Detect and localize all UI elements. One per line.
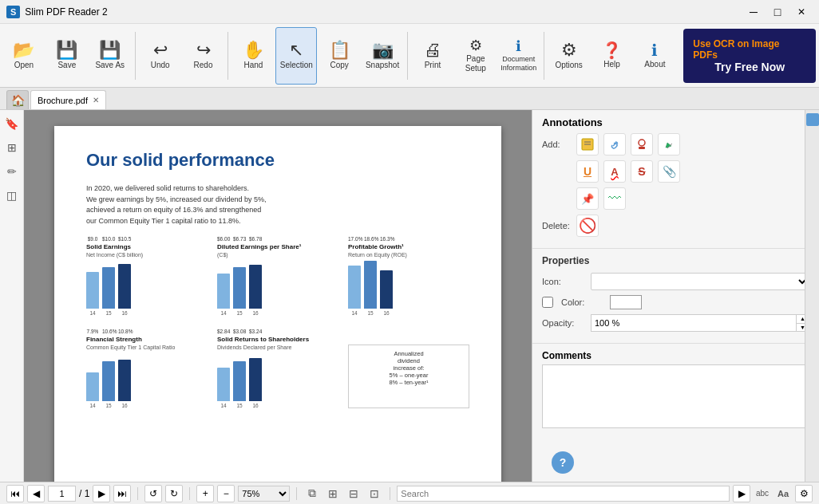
chart-diluted-eps: $6.00 $6.73 $6.78 Diluted Earnings per S… xyxy=(217,236,338,316)
minimize-button[interactable]: ─ xyxy=(742,1,765,23)
clip-button[interactable]: 📌 xyxy=(576,187,599,210)
undo-button[interactable]: ↩ Undo xyxy=(140,27,181,85)
text-color-button[interactable]: A xyxy=(603,160,626,183)
ocr-button[interactable]: Use OCR on Image PDFs Try Free Now xyxy=(683,29,816,83)
stamp-button[interactable] xyxy=(631,133,653,156)
options-button[interactable]: ⚙ Options xyxy=(548,27,590,85)
sep-zoom xyxy=(296,487,297,500)
bar xyxy=(217,274,230,309)
right-panel: PRO Annotations Add: xyxy=(532,110,819,482)
statusbar: ⏮ ◀ / 1 ▶ ⏭ ↺ ↻ + − 50% 75% 100% 125% 15… xyxy=(0,482,819,504)
sidebar-thumbnails-icon[interactable]: ⊞ xyxy=(2,137,22,158)
help-area: ? xyxy=(532,443,819,482)
annualized-line4: 5% – one-year xyxy=(354,372,464,379)
sticky-note-button[interactable] xyxy=(576,133,599,156)
print-button[interactable]: 🖨 Print xyxy=(412,27,453,85)
zoom-in-button[interactable]: + xyxy=(196,485,214,502)
wavy-button[interactable]: 〰 xyxy=(603,187,626,210)
tab-close-button[interactable]: ✕ xyxy=(93,96,99,104)
opacity-input[interactable] xyxy=(592,318,796,328)
opacity-label: Opacity: xyxy=(542,318,586,328)
zoom-select[interactable]: 50% 75% 100% 125% 150% 200% xyxy=(238,486,290,502)
page-setup-button[interactable]: ⚙ Page Setup xyxy=(455,27,497,85)
page-number-input[interactable] xyxy=(48,486,76,502)
rotate-cw-button[interactable]: ↻ xyxy=(165,485,183,502)
snapshot-button[interactable]: 📷 Snapshot xyxy=(362,27,403,85)
about-button[interactable]: ℹ About xyxy=(634,27,675,85)
chart-subtitle: Dividends Declared per Share xyxy=(217,345,338,350)
color-checkbox[interactable] xyxy=(542,297,553,308)
close-button[interactable]: ✕ xyxy=(790,1,813,23)
chart-xlabels: 14 15 16 xyxy=(217,403,338,408)
chart-subtitle: Net Income (C$ billion) xyxy=(86,252,208,258)
save-button[interactable]: 💾 Save xyxy=(46,27,88,85)
undo-label: Undo xyxy=(151,61,170,70)
open-button[interactable]: 📂 Open xyxy=(3,27,45,85)
attach-button[interactable]: 📎 xyxy=(658,160,680,183)
copy-button[interactable]: 📋 Copy xyxy=(318,27,360,85)
zoom-out-button[interactable]: − xyxy=(217,485,235,502)
chart-xlabels: 14 15 16 xyxy=(217,310,338,316)
strikethrough-button[interactable]: S xyxy=(631,160,653,183)
save-as-button[interactable]: 💾 Save As xyxy=(89,27,131,85)
delete-annotation-button[interactable]: 🚫 xyxy=(576,215,599,237)
ocr-line2: Try Free Now xyxy=(714,61,785,73)
add-icons xyxy=(576,133,680,156)
app-logo: S xyxy=(6,6,20,18)
prev-page-button[interactable]: ◀ xyxy=(27,485,45,502)
first-page-button[interactable]: ⏮ xyxy=(6,485,24,502)
fullscreen-button[interactable]: ⊡ xyxy=(366,485,383,502)
search-input[interactable] xyxy=(397,486,730,502)
document-info-button[interactable]: ℹ Document Information xyxy=(498,27,540,85)
home-button[interactable]: 🏠 xyxy=(6,90,29,109)
link-button[interactable] xyxy=(603,133,626,156)
annotations-add-row: Add: xyxy=(542,133,809,156)
sep1 xyxy=(135,32,136,80)
sidebar-annotations-icon[interactable]: ✏ xyxy=(2,161,22,182)
last-page-button[interactable]: ⏭ xyxy=(113,485,131,502)
pdf-tab[interactable]: Brochure.pdf ✕ xyxy=(30,90,106,109)
rotate-ccw-button[interactable]: ↺ xyxy=(144,485,162,502)
redo-icon: ↪ xyxy=(196,41,211,59)
next-page-button[interactable]: ▶ xyxy=(93,485,110,502)
chart-subtitle: Return on Equity (ROE) xyxy=(348,252,469,258)
color-picker[interactable] xyxy=(610,295,642,309)
hand-button[interactable]: ✋ Hand xyxy=(232,27,274,85)
two-page-view-button[interactable]: ⊞ xyxy=(324,485,342,502)
comments-title: Comments xyxy=(542,350,809,361)
icon-select[interactable] xyxy=(591,273,809,290)
chart-values: $9.0 $10.0 $10.5 xyxy=(86,236,208,242)
single-page-view-button[interactable]: ⧉ xyxy=(303,485,321,502)
pdf-viewer[interactable]: Our solid performance In 2020, we delive… xyxy=(24,110,532,482)
properties-panel: Properties Icon: Color: Opacity: ▲ ▼ xyxy=(532,248,819,343)
bar xyxy=(249,265,262,309)
save-label: Save xyxy=(57,61,76,70)
chart-solid-earnings: $9.0 $10.0 $10.5 Solid Earnings Net Inco… xyxy=(86,236,208,316)
page-setup-label: Page Setup xyxy=(456,54,496,73)
settings-button[interactable]: ⚙ xyxy=(795,485,813,502)
chart-title: Financial Strength xyxy=(86,336,208,343)
page-setup-icon: ⚙ xyxy=(469,38,482,53)
bar xyxy=(233,361,246,401)
annualized-box: Annualized dividend increase of: 5% – on… xyxy=(348,345,469,408)
sidebar-layers-icon[interactable]: ◫ xyxy=(2,185,22,206)
help-icon: ❓ xyxy=(602,42,622,58)
panel-tab-active[interactable] xyxy=(806,113,819,126)
annotations-second-row: U A S 📎 xyxy=(576,160,809,183)
highlight-button[interactable] xyxy=(658,133,680,156)
pdf-page: Our solid performance In 2020, we delive… xyxy=(54,126,501,482)
options-label: Options xyxy=(555,61,582,70)
svg-point-3 xyxy=(639,140,645,146)
help-circle-button[interactable]: ? xyxy=(552,451,574,474)
search-button[interactable]: ▶ xyxy=(733,485,750,502)
help-button[interactable]: ❓ Help xyxy=(592,27,633,85)
underline-button[interactable]: U xyxy=(576,160,599,183)
redo-button[interactable]: ↪ Redo xyxy=(183,27,224,85)
selection-button[interactable]: ↖ Selection xyxy=(275,27,317,85)
sidebar-bookmarks-icon[interactable]: 🔖 xyxy=(2,113,22,134)
chart-subtitle: Common Equity Tier 1 Capital Ratio xyxy=(86,345,208,350)
comments-textarea[interactable] xyxy=(542,364,809,428)
maximize-button[interactable]: □ xyxy=(766,1,789,23)
scroll-view-button[interactable]: ⊟ xyxy=(345,485,362,502)
redo-label: Redo xyxy=(194,61,213,70)
